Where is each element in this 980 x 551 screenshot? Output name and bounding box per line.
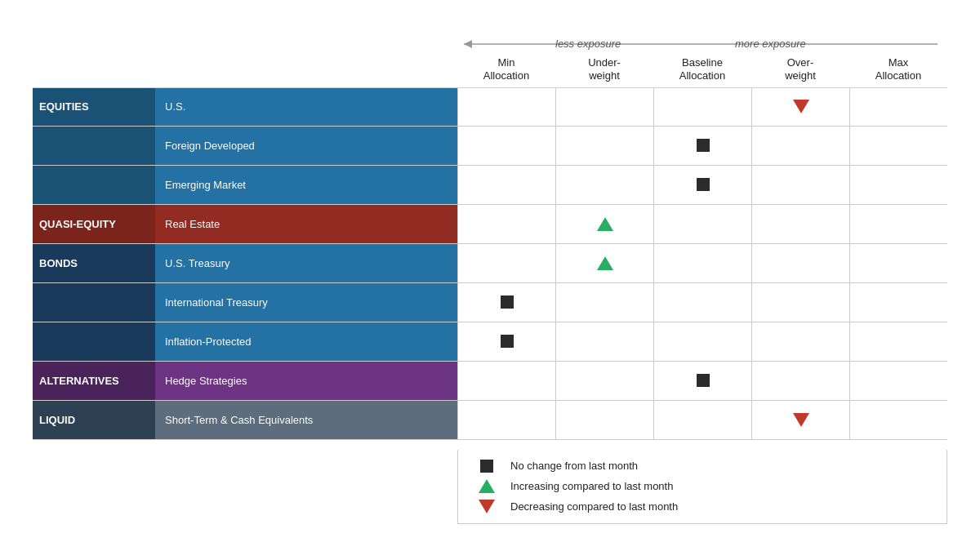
grid-cell-min-0 [458, 88, 556, 126]
grid-cell-over-8 [752, 401, 850, 439]
sub-label-2: Emerging Market [155, 166, 457, 204]
category-label-4: BONDS [33, 244, 155, 282]
grid-cell-max-7 [850, 362, 947, 400]
grid-row-4 [458, 244, 947, 283]
symbol-square [501, 295, 514, 309]
symbol-square [697, 178, 710, 191]
grid-cell-max-3 [850, 205, 947, 243]
sub-label-1: Foreign Developed [155, 127, 457, 165]
col-header-baseline: BaselineAllocation [653, 53, 751, 85]
grid-row-2 [458, 166, 947, 205]
category-label-6 [33, 322, 155, 361]
grid-row-1 [458, 127, 947, 166]
grid-cell-max-5 [850, 283, 947, 322]
category-label-0: EQUITIES [33, 88, 155, 126]
grid-cell-under-8 [556, 401, 654, 439]
label-row-1: Foreign Developed [33, 127, 457, 166]
grid-row-8 [458, 401, 947, 440]
legend-label-1: Increasing compared to last month [510, 480, 673, 492]
grid-cell-min-8 [458, 401, 556, 439]
grid-row-5 [458, 283, 947, 322]
title-area [33, 35, 457, 60]
grid-cell-under-7 [556, 362, 654, 400]
sub-label-8: Short-Term & Cash Equivalents [155, 401, 457, 439]
grid-row-7 [458, 362, 947, 401]
grid-cell-over-7 [752, 362, 850, 400]
grid-cell-over-3 [752, 205, 850, 243]
grid-cell-under-4 [556, 244, 654, 282]
grid-cell-baseline-4 [654, 244, 752, 282]
grid-cell-under-2 [556, 166, 654, 204]
grid-cell-min-7 [458, 362, 556, 400]
symbol-square [697, 374, 710, 387]
left-labels: EQUITIESU.S.Foreign DevelopedEmerging Ma… [33, 87, 457, 440]
grid-cell-under-1 [556, 127, 654, 165]
legend-symbol-1 [474, 479, 499, 493]
sub-label-4: U.S. Treasury [155, 244, 457, 282]
label-row-0: EQUITIESU.S. [33, 87, 457, 127]
col-header-min: MinAllocation [457, 53, 555, 85]
grid-cell-over-6 [752, 322, 850, 361]
category-label-3: QUASI-EQUITY [33, 205, 155, 243]
label-row-7: ALTERNATIVESHedge Strategies [33, 362, 457, 401]
label-row-5: International Treasury [33, 283, 457, 322]
legend-label-2: Decreasing compared to last month [510, 500, 678, 513]
label-row-2: Emerging Market [33, 166, 457, 205]
legend-triangle-down-icon [479, 500, 495, 513]
grid-cell-baseline-0 [654, 88, 752, 126]
legend-item-0: No change from last month [474, 460, 930, 473]
grid-cell-max-8 [850, 401, 947, 439]
legend-label-0: No change from last month [510, 460, 638, 472]
legend-symbol-0 [474, 460, 499, 473]
sub-label-0: U.S. [155, 88, 457, 126]
legend-triangle-up-icon [479, 479, 495, 493]
symbol-square [501, 335, 514, 348]
grid-row-3 [458, 205, 947, 244]
grid-cell-over-2 [752, 166, 850, 204]
top-section: less exposure more exposure MinAllocatio… [33, 35, 947, 85]
grid-cell-min-1 [458, 127, 556, 165]
col-header-over: Over-weight [751, 53, 849, 85]
sub-label-7: Hedge Strategies [155, 362, 457, 400]
arrow-labels: less exposure more exposure [457, 35, 947, 53]
sub-label-6: Inflation-Protected [155, 322, 457, 361]
grid-cell-under-6 [556, 322, 654, 361]
grid-cell-over-0 [752, 88, 850, 126]
grid-cell-max-0 [850, 88, 947, 126]
grid-cell-max-4 [850, 244, 947, 282]
col-headers: MinAllocation Under-weight BaselineAlloc… [457, 53, 947, 85]
grid-cell-over-5 [752, 283, 850, 322]
sub-label-5: International Treasury [155, 283, 457, 322]
grid-cell-under-3 [556, 205, 654, 243]
grid-cell-baseline-8 [654, 401, 752, 439]
category-label-2 [33, 166, 155, 204]
legend-square-icon [480, 460, 493, 473]
grid-cell-max-2 [850, 166, 947, 204]
col-header-max: MaxAllocation [849, 53, 947, 85]
legend-symbol-2 [474, 500, 499, 513]
label-row-4: BONDSU.S. Treasury [33, 244, 457, 283]
grid-cell-min-6 [458, 322, 556, 361]
grid-cell-baseline-5 [654, 283, 752, 322]
grid-cell-baseline-3 [654, 205, 752, 243]
grid-cell-baseline-6 [654, 322, 752, 361]
symbol-triangle-down [793, 413, 809, 427]
table-wrapper: EQUITIESU.S.Foreign DevelopedEmerging Ma… [33, 87, 947, 440]
header-area: less exposure more exposure MinAllocatio… [457, 35, 947, 85]
grid-cell-min-3 [458, 205, 556, 243]
grid-cell-over-4 [752, 244, 850, 282]
more-exposure-label: more exposure [735, 38, 806, 50]
symbol-triangle-down [793, 100, 809, 113]
legend: No change from last monthIncreasing comp… [457, 450, 947, 524]
grid-cell-max-1 [850, 127, 947, 165]
grid-cell-baseline-1 [654, 127, 752, 165]
label-row-8: LIQUIDShort-Term & Cash Equivalents [33, 401, 457, 440]
grid-cell-baseline-7 [654, 362, 752, 400]
grid-cell-under-5 [556, 283, 654, 322]
grid-cell-under-0 [556, 88, 654, 126]
category-label-8: LIQUID [33, 401, 155, 439]
grid-cell-min-5 [458, 283, 556, 322]
grid-cell-max-6 [850, 322, 947, 361]
page-container: less exposure more exposure MinAllocatio… [16, 19, 964, 531]
symbol-triangle-up [597, 217, 613, 231]
